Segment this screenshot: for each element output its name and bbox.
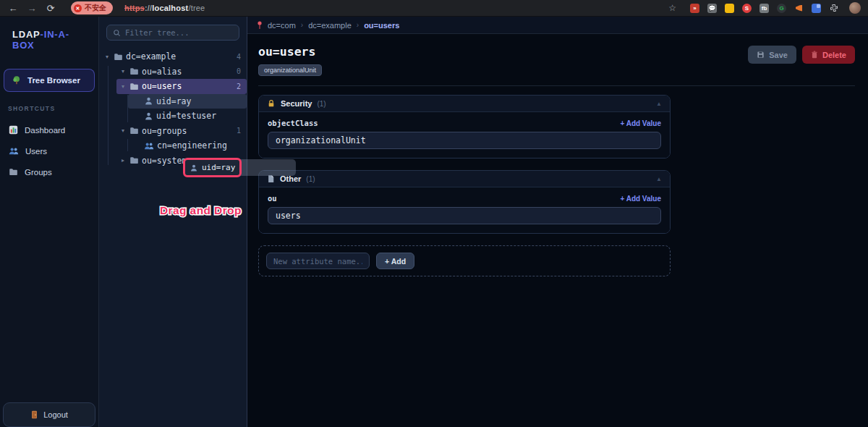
delete-button[interactable]: Delete	[802, 46, 855, 64]
section-security: Security (1) ▲ objectClass + Add Value	[258, 95, 671, 158]
breadcrumb-item[interactable]: dc=example	[308, 21, 352, 30]
tree-row-uid-testuser[interactable]: uid=testuser	[128, 109, 247, 124]
tree-row-label: dc=example	[126, 51, 176, 62]
folder-icon	[9, 167, 18, 177]
add-value-link[interactable]: + Add Value	[620, 119, 661, 127]
sidebar-item-tree-browser[interactable]: Tree Browser	[4, 69, 95, 92]
new-attribute-input[interactable]	[266, 253, 370, 269]
url-path: /tree	[188, 4, 205, 12]
forward-icon[interactable]: →	[26, 3, 38, 14]
sidebar-item-users[interactable]: Users	[0, 140, 98, 161]
sidebar-item-label: Groups	[25, 168, 52, 177]
drag-ghost-highlight[interactable]: uid=ray	[183, 158, 242, 177]
section-count: (1)	[317, 100, 326, 108]
url-separator: ://	[145, 4, 152, 12]
caret-down-icon[interactable]: ▾	[119, 127, 127, 134]
tree-row-ou-groups[interactable]: ▾ ou=groups 1	[116, 124, 247, 139]
logout-label: Logout	[43, 410, 68, 419]
tree-row-dc-example[interactable]: ▾ dc=example 4	[101, 49, 247, 64]
indent-guide	[127, 139, 128, 151]
save-button[interactable]: Save	[748, 46, 796, 64]
breadcrumb-item-current[interactable]: ou=users	[364, 21, 399, 30]
breadcrumb-item[interactable]: dc=com	[268, 21, 296, 30]
header-divider	[258, 85, 855, 86]
not-secure-x-icon: ✕	[74, 4, 82, 12]
section-count: (1)	[306, 175, 315, 183]
extension-icon-s[interactable]: S	[742, 4, 752, 13]
app-logo: LDAP-IN-A-BOX	[0, 29, 98, 51]
section-title: Security	[281, 99, 312, 108]
bookmark-star-icon[interactable]: ☆	[668, 3, 676, 13]
drag-drop-annotation: Drag and Drop	[160, 204, 242, 217]
shortcuts-heading: SHORTCUTS	[0, 105, 98, 112]
sidebar-item-label: Dashboard	[25, 126, 65, 135]
tree-panel: ▾ dc=example 4 ▾ ou=alias 0 ▾ ou=users 2…	[99, 17, 247, 427]
attribute-name: objectClass	[268, 119, 318, 127]
tree-row-uid-ray[interactable]: uid=ray	[128, 94, 247, 109]
add-value-link[interactable]: + Add Value	[620, 195, 661, 203]
main-panel: dc=com › dc=example › ou=users ou=users …	[247, 17, 868, 427]
url-scheme: https	[124, 4, 145, 12]
search-icon	[113, 29, 121, 37]
collapse-arrow-icon[interactable]: ▲	[656, 101, 662, 107]
floppy-disk-icon	[757, 51, 765, 59]
objectclass-badge: organizationalUnit	[258, 64, 322, 76]
caret-down-icon[interactable]: ▾	[103, 54, 111, 60]
tree-row-label: ou=system	[142, 156, 187, 166]
pin-icon	[257, 21, 263, 30]
person-icon	[144, 111, 153, 121]
indent-guide	[108, 66, 109, 165]
caret-down-icon[interactable]: ▾	[119, 83, 127, 90]
tree-row-label: ou=users	[142, 81, 182, 91]
extensions-puzzle-icon[interactable]	[829, 4, 838, 13]
caret-right-icon[interactable]: ▸	[119, 157, 127, 164]
extension-icon-grammarly[interactable]: G	[777, 4, 786, 13]
users-icon	[9, 146, 19, 156]
drag-ghost-trail	[239, 159, 296, 176]
sidebar-item-groups[interactable]: Groups	[0, 161, 98, 182]
attribute-value-input[interactable]	[268, 207, 661, 224]
profile-avatar[interactable]	[849, 2, 861, 14]
tree-row-label: cn=engineering	[157, 140, 227, 151]
extension-icon-fb[interactable]: fb	[760, 4, 769, 13]
reload-icon[interactable]: ⟳	[45, 3, 56, 14]
extension-icon-translate[interactable]	[812, 4, 821, 13]
tree-row-label: uid=testuser	[156, 111, 216, 121]
url-host: localhost	[152, 4, 188, 12]
sidebar-item-label: Tree Browser	[27, 76, 80, 85]
sidebar-item-dashboard[interactable]: Dashboard	[0, 119, 98, 140]
address-bar[interactable]: https://localhost/tree	[124, 4, 205, 12]
child-count-badge: 4	[237, 53, 241, 61]
new-attribute-box: + Add	[258, 245, 671, 276]
tree-row-ou-alias[interactable]: ▾ ou=alias 0	[116, 64, 247, 80]
caret-down-icon[interactable]: ▾	[119, 68, 127, 75]
tree-filter-input[interactable]	[125, 28, 233, 37]
extension-icon-red[interactable]: »	[690, 4, 699, 13]
tree-row-ou-users[interactable]: ▾ ou=users 2	[116, 79, 247, 94]
not-secure-badge[interactable]: ✕ 不安全	[71, 1, 113, 14]
section-other-header[interactable]: Other (1) ▲	[259, 171, 670, 187]
attribute-value-input[interactable]	[268, 132, 661, 149]
tree-icon	[12, 75, 22, 85]
drag-ghost[interactable]: uid=ray	[183, 158, 296, 177]
tree-filter[interactable]	[106, 25, 239, 41]
app-shell: LDAP-IN-A-BOX Tree Browser SHORTCUTS Das…	[0, 17, 868, 427]
breadcrumb-separator: ›	[301, 21, 303, 29]
tree-row-cn-engineering[interactable]: cn=engineering	[128, 138, 247, 153]
extension-icon-megaphone[interactable]	[794, 4, 804, 13]
section-security-header[interactable]: Security (1) ▲	[259, 96, 670, 112]
save-label: Save	[769, 51, 788, 59]
person-icon	[144, 96, 153, 106]
collapse-arrow-icon[interactable]: ▲	[656, 176, 662, 182]
trash-icon	[811, 51, 818, 59]
add-attribute-button[interactable]: + Add	[376, 253, 414, 269]
browser-toolbar: ← → ⟳ ✕ 不安全 https://localhost/tree ☆ » 💬…	[0, 0, 868, 17]
lock-icon	[267, 99, 276, 108]
logout-button[interactable]: Logout	[3, 402, 95, 427]
folder-icon	[114, 52, 123, 62]
extension-icon-yellow[interactable]	[725, 4, 734, 13]
extension-icon-chat[interactable]: 💬	[707, 4, 717, 13]
people-icon	[144, 141, 154, 151]
back-icon[interactable]: ←	[7, 3, 19, 14]
attribute-name: ou	[268, 194, 277, 203]
